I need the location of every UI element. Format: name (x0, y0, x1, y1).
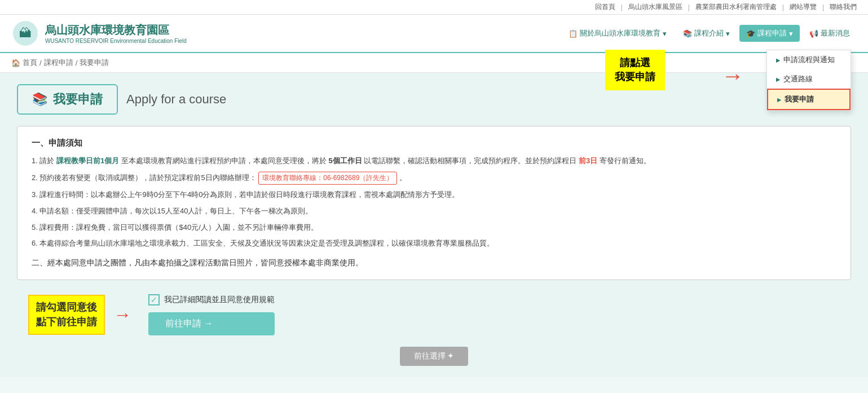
nav-about-chevron: ▾ (663, 29, 667, 38)
page-title-text: 我要申請 (53, 91, 103, 108)
logo-title: 烏山頭水庫環境教育園區 (45, 23, 187, 38)
info-item-3: 3. 課程進行時間：以本處辦公上午9時0分至下午4時0分為原則，若申請於假日時段… (32, 189, 836, 201)
nav-courses-chevron: ▾ (726, 29, 730, 38)
logo-icon: 🏔 (11, 19, 39, 47)
annotation-top-arrow: → (721, 63, 744, 89)
top-link-contact[interactable]: 聯絡我們 (830, 2, 857, 12)
nav-news-icon: 📢 (809, 29, 818, 38)
breadcrumb-sep2: / (76, 59, 78, 67)
breadcrumb-current: 我要申請 (80, 58, 109, 68)
page-content: 📚 我要申請 Apply for a course 一、申請須知 1. 請於 課… (0, 73, 868, 377)
nav-about-icon: 📋 (569, 29, 578, 38)
dropdown-item-apply-now[interactable]: ▸ 我要申請 (767, 89, 851, 110)
logo-text: 烏山頭水庫環境教育園區 WUSANTO RESERVOIR Environmen… (45, 23, 187, 44)
breadcrumb-course[interactable]: 課程申請 (44, 58, 73, 68)
dropdown-transport-label: 交通路線 (783, 74, 813, 84)
annotation-top-line1: 請點選 (615, 56, 655, 70)
dropdown-apply-arrow: ▸ (777, 95, 781, 104)
nav-courses-label: 課程介紹 (694, 28, 724, 38)
nav-news-label: 最新消息 (821, 28, 850, 38)
submit-button-label: 前往申請 → (165, 318, 213, 330)
sep2: | (688, 3, 690, 11)
main-nav: 📋 關於烏山頭水庫環境教育 ▾ 📚 課程介紹 ▾ 🎓 課程申請 ▾ 📢 最新消息 (562, 25, 857, 42)
info-list: 1. 請於 課程教學日前1個月 至本處環境教育網站進行課程預約申請，本處同意受理… (32, 155, 836, 250)
item2-num: 2. 預約後若有變更（取消或調整），請於預定課程前5日內聯絡辦理： (32, 173, 257, 182)
nav-courses-icon: 📚 (683, 29, 692, 38)
top-link-sitemap[interactable]: 網站導覽 (790, 2, 817, 12)
annotation-top-line2: 我要申請 (615, 70, 655, 84)
breadcrumb-sep1: / (39, 59, 42, 67)
nav-about-label: 關於烏山頭水庫環境教育 (580, 28, 660, 38)
dropdown-transport-arrow: ▸ (776, 75, 780, 84)
page-title-subtitle: Apply for a course (126, 92, 226, 107)
item1-text3: 以電話聯繫，確認活動相關事項，完成預約程序。並於預約課程日 (364, 156, 576, 165)
item2-end: 。 (399, 173, 407, 182)
nav-courses[interactable]: 📚 課程介紹 ▾ (676, 25, 737, 42)
nav-news[interactable]: 📢 最新消息 (803, 25, 857, 42)
item1-red: 前3日 (579, 156, 597, 165)
checkbox-row: ✓ 我已詳細閱讀並且同意使用規範 (148, 294, 275, 305)
top-link-home[interactable]: 回首頁 (595, 2, 615, 12)
item1-num: 1. 請於 (32, 156, 54, 165)
nav-about[interactable]: 📋 關於烏山頭水庫環境教育 ▾ (562, 25, 673, 42)
course-apply-dropdown: ▸ 申請流程與通知 ▸ 交通路線 ▸ 我要申請 (766, 50, 851, 111)
agree-checkbox[interactable]: ✓ (148, 294, 160, 305)
submit-button[interactable]: 前往申請 → (148, 312, 275, 335)
section-one-title: 一、申請須知 (32, 138, 836, 149)
item6-text: 6. 本處得綜合考量烏山頭水庫場地之環境承載力、工區安全、天候及交通狀況等因素決… (32, 239, 494, 247)
annotation-bottom-line2: 點下前往申請 (36, 315, 97, 329)
dropdown-flow-arrow: ▸ (776, 56, 780, 64)
annotation-bottom-line1: 請勾選同意後 (36, 300, 97, 315)
top-link-reservoir[interactable]: 烏山頭水庫風景區 (628, 2, 682, 12)
section-two: 二、經本處同意申請之團體，凡由本處拍攝之課程活動當日照片，皆同意授權本處非商業使… (32, 258, 836, 268)
back-button[interactable]: 前往選擇 ✦ (400, 347, 469, 366)
page-title-bar: 📚 我要申請 Apply for a course (17, 84, 851, 115)
page-title-box: 📚 我要申請 (17, 84, 118, 115)
dropdown-item-transport[interactable]: ▸ 交通路線 (767, 69, 851, 89)
item1-text2: 至本處環境教育網站進行課程預約申請，本處同意受理後，將於 (121, 156, 327, 165)
nav-apply-label: 課程申請 (757, 28, 787, 38)
page-title-icon: 📚 (32, 92, 47, 107)
header: 🏔 烏山頭水庫環境教育園區 WUSANTO RESERVOIR Environm… (0, 15, 868, 53)
svg-text:🏔: 🏔 (19, 26, 32, 40)
back-button-label: 前往選擇 ✦ (414, 351, 455, 360)
bottom-btn-area: 前往選擇 ✦ (17, 338, 851, 366)
info-item-5: 5. 課程費用：課程免費，當日可以獲得票價（$40元/人）入園，並不另計車輛停車… (32, 222, 836, 234)
info-item-4: 4. 申請名額：僅受理圓體申請，每次以15人至40人計，每日上、下午各一梯次為原… (32, 206, 836, 217)
item1-bold: 5個工作日 (329, 156, 362, 165)
breadcrumb-home-icon: 🏠 (11, 59, 20, 67)
breadcrumb-home[interactable]: 首頁 (23, 58, 37, 68)
dropdown-flow-label: 申請流程與通知 (783, 55, 835, 65)
sep4: | (822, 3, 824, 11)
item1-link: 課程教學日前1個月 (56, 156, 119, 165)
info-item-1: 1. 請於 課程教學日前1個月 至本處環境教育網站進行課程預約申請，本處同意受理… (32, 155, 836, 167)
dropdown-item-flow[interactable]: ▸ 申請流程與通知 (767, 50, 851, 69)
sep1: | (621, 3, 623, 11)
annotation-top: 請點選 我要申請 (605, 50, 665, 90)
annotation-bottom: 請勾選同意後 點下前往申請 (28, 295, 105, 334)
info-box: 一、申請須知 1. 請於 課程教學日前1個月 至本處環境教育網站進行課程預約申請… (17, 126, 851, 280)
dropdown-apply-label: 我要申請 (785, 94, 814, 104)
annotation-bottom-arrow: → (113, 304, 131, 325)
sep3: | (782, 3, 784, 11)
item2-box: 環境教育聯絡專線：06-6982689（許先生） (258, 172, 397, 185)
item3-text: 3. 課程進行時間：以本處辦公上午9時0分至下午4時0分為原則，若申請於假日時段… (32, 190, 459, 199)
logo-subtitle: WUSANTO RESERVOIR Environmental Educatio… (45, 38, 187, 44)
nav-apply[interactable]: 🎓 課程申請 ▾ (739, 25, 800, 42)
top-bar: 回首頁 | 烏山頭水庫風景區 | 農業部農田水利署南管理處 | 網站導覽 | 聯… (0, 0, 868, 15)
item1-text4: 寄發行前通知。 (600, 156, 651, 165)
logo-area: 🏔 烏山頭水庫環境教育園區 WUSANTO RESERVOIR Environm… (11, 19, 187, 47)
checkbox-label: 我已詳細閱讀並且同意使用規範 (164, 295, 275, 305)
top-link-bureau[interactable]: 農業部農田水利署南管理處 (695, 2, 777, 12)
info-item-2: 2. 預約後若有變更（取消或調整），請於預定課程前5日內聯絡辦理： 環境教育聯絡… (32, 172, 836, 185)
nav-apply-chevron: ▾ (789, 29, 793, 38)
info-item-6: 6. 本處得綜合考量烏山頭水庫場地之環境承載力、工區安全、天候及交通狀況等因素決… (32, 238, 836, 250)
item5-text: 5. 課程費用：課程免費，當日可以獲得票價（$40元/人）入園，並不另計車輛停車… (32, 223, 318, 232)
nav-apply-icon: 🎓 (746, 29, 755, 38)
item4-text: 4. 申請名額：僅受理圓體申請，每次以15人至40人計，每日上、下午各一梯次為原… (32, 207, 312, 215)
